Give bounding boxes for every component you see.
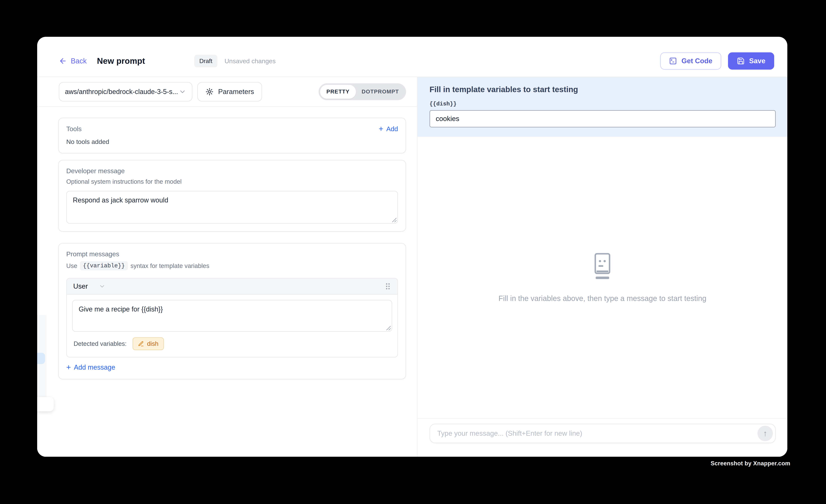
tools-empty-text: No tools added [66, 138, 398, 145]
model-select[interactable]: aws/anthropic/bedrock-claude-3-5-s... [59, 82, 192, 102]
pencil-icon [138, 341, 144, 347]
parameters-label: Parameters [218, 88, 254, 96]
variable-value-input[interactable] [429, 110, 776, 127]
message-body: Give me a recipe for {{dish}} Detected v… [67, 295, 398, 357]
chevron-down-icon [179, 88, 186, 96]
back-label: Back [71, 57, 86, 65]
variable-badge-label: dish [147, 340, 159, 347]
template-variables-section: Fill in template variables to start test… [417, 77, 787, 137]
chat-input-container: ↑ [429, 424, 776, 443]
user-message-textarea[interactable]: Give me a recipe for {{dish}} [72, 300, 392, 332]
unsaved-changes-text: Unsaved changes [225, 57, 276, 65]
send-button[interactable]: ↑ [758, 426, 773, 441]
add-message-label: Add message [74, 364, 115, 371]
main-body: aws/anthropic/bedrock-claude-3-5-s... [37, 77, 787, 457]
developer-message-subtitle: Optional system instructions for the mod… [66, 178, 398, 185]
variable-syntax-chip: {{variable}} [80, 261, 128, 270]
resize-handle-icon[interactable] [392, 217, 397, 222]
status-badge: Draft [194, 55, 217, 67]
plus-icon: + [66, 364, 71, 371]
role-select[interactable]: User [73, 282, 106, 290]
model-select-value: aws/anthropic/bedrock-claude-3-5-s... [65, 88, 179, 96]
chevron-down-icon [99, 283, 106, 290]
developer-message-textarea[interactable]: Respond as jack sparrow would [66, 191, 398, 224]
tools-title: Tools [66, 125, 82, 133]
get-code-button[interactable]: Get Code [660, 52, 721, 70]
prompt-editor-panel: aws/anthropic/bedrock-claude-3-5-s... [37, 77, 417, 457]
developer-message-card: Developer message Optional system instru… [58, 160, 406, 232]
watermark-text: Screenshot by Xnapper.com [711, 460, 790, 467]
save-button[interactable]: Save [728, 52, 774, 70]
template-variables-title: Fill in template variables to start test… [429, 85, 776, 94]
model-toolbar: aws/anthropic/bedrock-claude-3-5-s... [37, 77, 417, 107]
terminal-icon [669, 57, 677, 65]
resize-handle-icon[interactable] [386, 325, 391, 330]
subtitle-prefix: Use [66, 262, 77, 269]
message-input[interactable] [432, 430, 758, 437]
variable-badge-dish[interactable]: dish [132, 337, 164, 350]
variable-name-label: {{dish}} [429, 101, 776, 107]
prompt-messages-title: Prompt messages [66, 250, 398, 258]
drag-handle-icon[interactable] [385, 282, 391, 290]
back-button[interactable]: Back [59, 57, 86, 65]
up-arrow-icon: ↑ [763, 429, 767, 438]
message-header: User [67, 278, 398, 295]
developer-message-title: Developer message [66, 167, 398, 175]
tab-pretty[interactable]: PRETTY [320, 85, 356, 99]
chat-empty-state: Fill in the variables above, then type a… [417, 137, 787, 418]
add-tool-button[interactable]: + Add [379, 125, 398, 133]
chat-input-bar: ↑ [417, 418, 787, 457]
empty-state-text: Fill in the variables above, then type a… [498, 294, 706, 303]
header-bar: Back New prompt Draft Unsaved changes Ge… [37, 37, 787, 77]
prompt-messages-card: Prompt messages Use {{variable}} syntax … [58, 243, 406, 379]
add-message-button[interactable]: + Add message [66, 364, 398, 371]
robot-face-icon [592, 253, 613, 281]
parameters-button[interactable]: Parameters [197, 82, 262, 102]
page-title: New prompt [97, 56, 145, 66]
add-tool-label: Add [386, 125, 398, 133]
sidebar-popover [37, 397, 54, 411]
message-block: User [66, 278, 398, 358]
plus-icon: + [379, 125, 384, 133]
sidebar-active-item[interactable] [37, 353, 45, 364]
view-toggle: PRETTY DOTPROMPT [318, 83, 406, 100]
detected-variables-label: Detected variables: [74, 340, 126, 347]
gear-icon [205, 87, 214, 96]
app-window: Back New prompt Draft Unsaved changes Ge… [37, 37, 787, 457]
role-select-value: User [73, 282, 88, 290]
back-arrow-icon [59, 57, 67, 65]
testing-panel: Fill in template variables to start test… [417, 77, 787, 457]
detected-variables-row: Detected variables: dish [72, 332, 392, 357]
tools-card: Tools + Add No tools added [58, 118, 406, 153]
save-icon [737, 57, 745, 65]
prompt-messages-subtitle: Use {{variable}} syntax for template var… [66, 261, 398, 270]
subtitle-suffix: syntax for template variables [130, 262, 209, 269]
tab-dotprompt[interactable]: DOTPROMPT [356, 85, 405, 99]
save-label: Save [749, 57, 765, 65]
header-actions: Get Code Save [660, 52, 774, 70]
editor-scroll-area: Tools + Add No tools added Developer mes… [37, 107, 417, 457]
get-code-label: Get Code [682, 57, 712, 65]
